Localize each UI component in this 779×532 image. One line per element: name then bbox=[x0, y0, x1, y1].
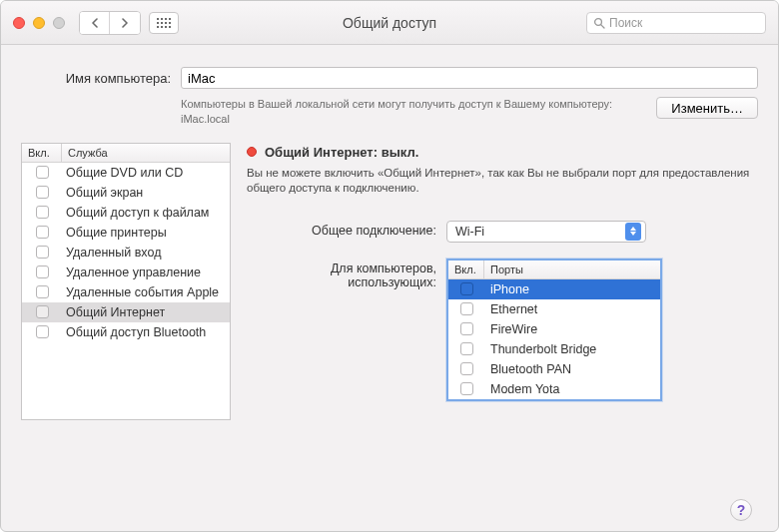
service-table: Вкл. Служба Общие DVD или CDОбщий экранО… bbox=[21, 143, 231, 420]
nav-segment bbox=[79, 11, 141, 35]
service-name: Общие принтеры bbox=[62, 226, 230, 240]
content-area: Имя компьютера: Компьютеры в Вашей локал… bbox=[1, 45, 778, 531]
port-row[interactable]: FireWire bbox=[448, 319, 660, 339]
help-button[interactable]: ? bbox=[730, 499, 752, 521]
show-all-button[interactable] bbox=[149, 12, 179, 34]
service-row[interactable]: Общий Интернет bbox=[22, 302, 230, 322]
form-area: Общее подключение: Wi-Fi Для компьютеров… bbox=[247, 221, 758, 401]
computer-name-description: Компьютеры в Вашей локальной сети могут … bbox=[181, 97, 646, 127]
status-row: Общий Интернет: выкл. bbox=[247, 145, 758, 160]
port-name: Thunderbolt Bridge bbox=[484, 342, 660, 356]
port-name: FireWire bbox=[484, 322, 660, 336]
service-name: Удаленный вход bbox=[62, 246, 230, 260]
service-name: Общий доступ к файлам bbox=[62, 206, 230, 220]
service-row[interactable]: Удаленный вход bbox=[22, 243, 230, 263]
computer-name-label: Имя компьютера: bbox=[21, 71, 171, 86]
chevron-left-icon bbox=[91, 18, 99, 28]
port-name: iPhone bbox=[484, 282, 660, 296]
service-row[interactable]: Удаленные события Apple bbox=[22, 282, 230, 302]
svg-line-1 bbox=[601, 24, 604, 27]
share-connection-value: Wi-Fi bbox=[455, 225, 484, 239]
share-connection-row: Общее подключение: Wi-Fi bbox=[247, 221, 758, 243]
header-enabled[interactable]: Вкл. bbox=[22, 144, 62, 162]
port-name: Bluetooth PAN bbox=[484, 362, 660, 376]
computer-name-desc-row: Компьютеры в Вашей локальной сети могут … bbox=[21, 97, 758, 127]
port-checkbox[interactable] bbox=[460, 302, 473, 315]
service-table-body: Общие DVD или CDОбщий экранОбщий доступ … bbox=[22, 163, 230, 419]
service-row[interactable]: Общие принтеры bbox=[22, 223, 230, 243]
chevron-right-icon bbox=[121, 18, 129, 28]
port-row[interactable]: Thunderbolt Bridge bbox=[448, 339, 660, 359]
select-arrows-icon bbox=[625, 223, 641, 241]
port-name: Modem Yota bbox=[484, 382, 660, 396]
service-checkbox[interactable] bbox=[36, 186, 49, 199]
port-name: Ethernet bbox=[484, 302, 660, 316]
port-row[interactable]: iPhone bbox=[448, 279, 660, 299]
ports-table-header: Вкл. Порты bbox=[448, 261, 660, 279]
service-checkbox[interactable] bbox=[36, 285, 49, 298]
ports-table: Вкл. Порты iPhoneEthernetFireWireThunder… bbox=[446, 259, 662, 401]
service-row[interactable]: Общие DVD или CD bbox=[22, 163, 230, 183]
status-title: Общий Интернет: выкл. bbox=[265, 145, 418, 160]
ports-header-enabled[interactable]: Вкл. bbox=[448, 261, 484, 278]
minimize-icon[interactable] bbox=[33, 17, 45, 29]
service-name: Общий доступ Bluetooth bbox=[62, 325, 230, 339]
service-list-panel: Вкл. Служба Общие DVD или CDОбщий экранО… bbox=[21, 143, 231, 493]
sharing-preferences-window: Общий доступ Поиск Имя компьютера: Компь… bbox=[0, 0, 779, 532]
service-row[interactable]: Общий экран bbox=[22, 183, 230, 203]
split-view: Вкл. Служба Общие DVD или CDОбщий экранО… bbox=[21, 143, 758, 493]
port-checkbox[interactable] bbox=[460, 322, 473, 335]
computer-name-row: Имя компьютера: bbox=[21, 67, 758, 89]
maximize-icon bbox=[53, 17, 65, 29]
service-checkbox[interactable] bbox=[36, 325, 49, 338]
service-row[interactable]: Общий доступ Bluetooth bbox=[22, 322, 230, 342]
ports-header-name[interactable]: Порты bbox=[484, 261, 660, 278]
status-description: Вы не можете включить «Общий Интернет», … bbox=[247, 166, 758, 197]
search-input[interactable]: Поиск bbox=[586, 12, 766, 34]
search-placeholder: Поиск bbox=[609, 16, 642, 30]
port-checkbox[interactable] bbox=[460, 382, 473, 395]
detail-panel: Общий Интернет: выкл. Вы не можете включ… bbox=[247, 143, 758, 493]
titlebar: Общий доступ Поиск bbox=[1, 1, 778, 45]
port-row[interactable]: Modem Yota bbox=[448, 379, 660, 399]
service-name: Удаленное управление bbox=[62, 266, 230, 279]
port-checkbox[interactable] bbox=[460, 342, 473, 355]
service-row[interactable]: Удаленное управление bbox=[22, 263, 230, 282]
status-indicator-icon bbox=[247, 147, 257, 157]
to-computers-row: Для компьютеров, использующих: Вкл. Порт… bbox=[247, 259, 758, 401]
to-computers-label: Для компьютеров, использующих: bbox=[247, 259, 436, 289]
service-checkbox[interactable] bbox=[36, 246, 49, 259]
service-name: Удаленные события Apple bbox=[62, 285, 230, 299]
edit-button[interactable]: Изменить… bbox=[656, 97, 758, 119]
header-service[interactable]: Служба bbox=[62, 144, 230, 162]
service-name: Общие DVD или CD bbox=[62, 166, 230, 180]
computer-name-input[interactable] bbox=[181, 67, 758, 89]
window-controls bbox=[13, 17, 65, 29]
service-checkbox[interactable] bbox=[36, 226, 49, 239]
close-icon[interactable] bbox=[13, 17, 25, 29]
port-row[interactable]: Ethernet bbox=[448, 299, 660, 319]
port-row[interactable]: Bluetooth PAN bbox=[448, 359, 660, 379]
share-connection-select[interactable]: Wi-Fi bbox=[446, 221, 646, 243]
footer: ? bbox=[21, 493, 758, 521]
service-name: Общий Интернет bbox=[62, 305, 230, 319]
port-checkbox[interactable] bbox=[460, 282, 473, 295]
search-icon bbox=[593, 17, 605, 29]
service-table-header: Вкл. Служба bbox=[22, 144, 230, 163]
port-checkbox[interactable] bbox=[460, 362, 473, 375]
service-checkbox[interactable] bbox=[36, 266, 49, 278]
forward-button[interactable] bbox=[110, 12, 140, 34]
service-row[interactable]: Общий доступ к файлам bbox=[22, 203, 230, 223]
service-checkbox[interactable] bbox=[36, 305, 49, 318]
grid-icon bbox=[157, 18, 171, 28]
back-button[interactable] bbox=[80, 12, 110, 34]
ports-table-body: iPhoneEthernetFireWireThunderbolt Bridge… bbox=[448, 279, 660, 399]
service-checkbox[interactable] bbox=[36, 206, 49, 219]
service-checkbox[interactable] bbox=[36, 166, 49, 179]
service-name: Общий экран bbox=[62, 186, 230, 200]
share-connection-label: Общее подключение: bbox=[247, 221, 436, 238]
